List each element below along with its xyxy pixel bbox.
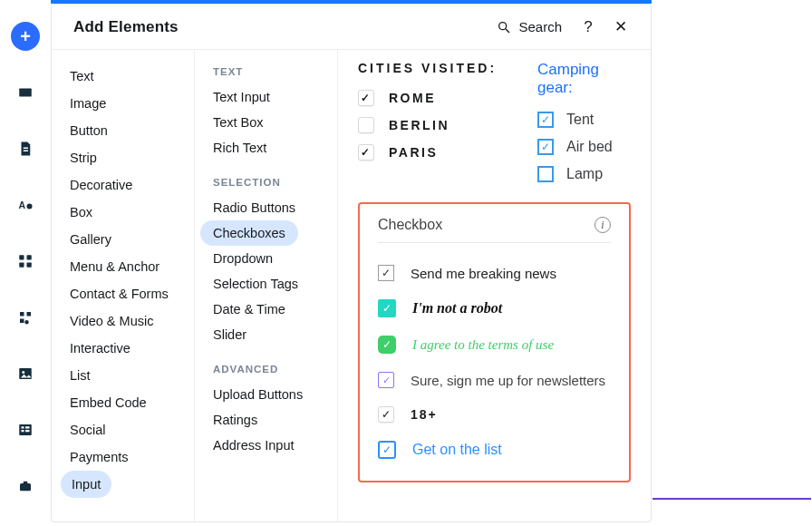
camping-airbed[interactable]: ✓Air bed <box>537 133 631 161</box>
group-selection-title: SELECTION <box>195 173 337 195</box>
sub-ratings[interactable]: Ratings <box>195 407 337 433</box>
checkbox-icon: ✓ <box>537 139 554 155</box>
svg-point-18 <box>499 22 507 29</box>
sub-address-input[interactable]: Address Input <box>195 433 337 458</box>
highlight-title: Checkbox <box>378 217 442 233</box>
sub-checkboxes[interactable]: Checkboxes <box>200 220 298 246</box>
svg-rect-7 <box>19 263 24 268</box>
category-strip[interactable]: Strip <box>52 144 194 171</box>
add-elements-panel: Add Elements Search ? ✕ Text Image Butto… <box>51 4 652 522</box>
category-menu-anchor[interactable]: Menu & Anchor <box>52 253 194 280</box>
sub-selection-tags[interactable]: Selection Tags <box>195 271 337 297</box>
preset-get-on-list[interactable]: ✓Get on the list <box>378 432 611 468</box>
city-paris[interactable]: ✓PARIS <box>358 139 503 166</box>
checkbox-presets-highlight: Checkbox i ✓Send me breaking news ✓I'm n… <box>358 202 631 482</box>
sub-rich-text[interactable]: Rich Text <box>195 135 337 161</box>
sub-slider[interactable]: Slider <box>195 322 337 347</box>
category-list-elem[interactable]: List <box>52 362 194 389</box>
camping-tent[interactable]: ✓Tent <box>537 106 631 133</box>
apps-icon[interactable] <box>11 247 40 276</box>
panel-columns: Text Image Button Strip Decorative Box G… <box>52 50 651 521</box>
panel-title: Add Elements <box>73 18 179 36</box>
svg-rect-2 <box>24 151 28 152</box>
svg-line-19 <box>506 29 509 33</box>
info-icon[interactable]: i <box>594 217 611 233</box>
search-label: Search <box>518 19 562 34</box>
category-payments[interactable]: Payments <box>52 443 194 471</box>
group-advanced-title: ADVANCED <box>195 360 337 382</box>
preset-breaking-news[interactable]: ✓Send me breaking news <box>378 256 611 290</box>
sections-icon[interactable] <box>11 78 40 107</box>
svg-rect-17 <box>24 482 28 484</box>
category-embed-code[interactable]: Embed Code <box>52 389 194 416</box>
search-button[interactable]: Search <box>497 19 562 34</box>
data-icon[interactable] <box>11 415 40 444</box>
preset-newsletters[interactable]: ✓Sure, sign me up for newsletters <box>378 363 611 397</box>
close-button[interactable]: ✕ <box>613 17 629 36</box>
preset-not-robot[interactable]: ✓I'm not a robot <box>378 290 611 326</box>
sub-radio-buttons[interactable]: Radio Buttons <box>195 195 337 220</box>
svg-rect-5 <box>19 255 24 259</box>
plugins-icon[interactable] <box>11 303 40 332</box>
svg-rect-15 <box>25 430 30 432</box>
group-text-title: TEXT <box>195 63 337 84</box>
category-video-music[interactable]: Video & Music <box>52 307 194 335</box>
checkbox-icon: ✓ <box>378 372 394 388</box>
svg-rect-12 <box>22 426 24 428</box>
svg-rect-0 <box>19 89 32 97</box>
category-decorative[interactable]: Decorative <box>52 171 194 199</box>
city-berlin[interactable]: BERLIN <box>358 112 503 139</box>
sub-dropdown[interactable]: Dropdown <box>195 246 337 271</box>
cities-title: CITIES VISITED: <box>358 61 503 75</box>
checkbox-icon: ✓ <box>537 166 554 182</box>
svg-rect-6 <box>27 255 32 259</box>
category-input[interactable]: Input <box>61 471 111 498</box>
svg-rect-16 <box>20 483 31 491</box>
media-icon[interactable] <box>11 359 40 388</box>
preset-terms[interactable]: ✓I agree to the terms of use <box>378 326 611 363</box>
checkbox-icon: ✓ <box>378 406 394 423</box>
camping-gear-block[interactable]: Camping gear: ✓Tent ✓Air bed ✓Lamp <box>537 61 631 188</box>
checkbox-icon: ✓ <box>378 441 396 459</box>
help-button[interactable]: ? <box>580 18 596 36</box>
checkbox-icon <box>358 117 374 133</box>
add-elements-rail-button[interactable]: + <box>11 22 40 51</box>
checkbox-icon: ✓ <box>378 336 396 354</box>
category-gallery[interactable]: Gallery <box>52 226 194 253</box>
category-contact-forms[interactable]: Contact & Forms <box>52 280 194 307</box>
left-rail: + A <box>0 0 51 526</box>
svg-point-10 <box>22 371 24 374</box>
cities-visited-block[interactable]: CITIES VISITED: ✓ROME BERLIN ✓PARIS <box>358 61 503 188</box>
theme-icon[interactable]: A <box>11 190 40 219</box>
svg-text:A: A <box>19 200 26 210</box>
camping-lamp[interactable]: ✓Lamp <box>537 161 631 188</box>
page-icon[interactable] <box>11 134 40 163</box>
svg-rect-1 <box>24 148 28 150</box>
city-rome[interactable]: ✓ROME <box>358 84 503 112</box>
sub-text-input[interactable]: Text Input <box>195 84 337 110</box>
category-interactive[interactable]: Interactive <box>52 335 194 362</box>
sub-text-box[interactable]: Text Box <box>195 110 337 135</box>
panel-header: Add Elements Search ? ✕ <box>52 5 651 50</box>
sub-date-time[interactable]: Date & Time <box>195 297 337 322</box>
category-text[interactable]: Text <box>52 63 194 90</box>
category-box[interactable]: Box <box>52 199 194 226</box>
category-button[interactable]: Button <box>52 117 194 144</box>
search-icon <box>497 20 511 34</box>
svg-rect-14 <box>22 430 24 432</box>
subgroup-list: TEXT Text Input Text Box Rich Text SELEC… <box>195 50 338 521</box>
preset-18plus[interactable]: ✓18+ <box>378 397 611 432</box>
preview-pane: CITIES VISITED: ✓ROME BERLIN ✓PARIS Camp… <box>338 50 651 521</box>
category-list: Text Image Button Strip Decorative Box G… <box>52 50 195 521</box>
svg-rect-8 <box>27 263 32 268</box>
checkbox-icon: ✓ <box>378 299 396 317</box>
camping-title: Camping gear: <box>537 61 631 97</box>
canvas-selection-edge <box>652 498 811 500</box>
checkbox-icon: ✓ <box>358 144 374 161</box>
business-icon[interactable] <box>11 472 40 501</box>
svg-point-4 <box>27 204 33 209</box>
category-social[interactable]: Social <box>52 416 194 443</box>
category-image[interactable]: Image <box>52 90 194 117</box>
sub-upload-buttons[interactable]: Upload Buttons <box>195 382 337 407</box>
checkbox-icon: ✓ <box>358 90 374 106</box>
